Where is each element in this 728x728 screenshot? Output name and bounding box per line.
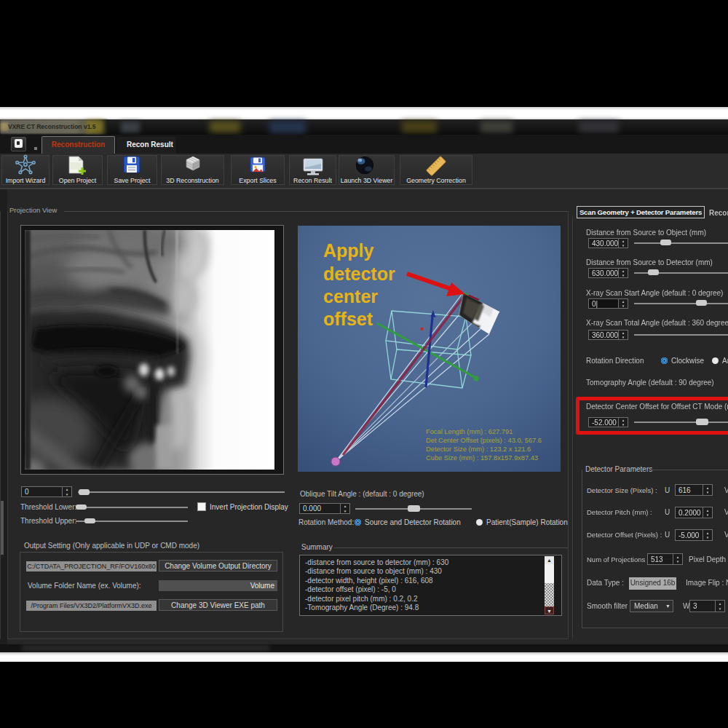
svg-text:Focal Length (mm) : 627.791: Focal Length (mm) : 627.791: [426, 428, 513, 435]
svg-text:detector: detector: [323, 264, 395, 284]
svg-text:center: center: [323, 286, 378, 306]
svg-text:Detector Size (mm) : 123.2 x 1: Detector Size (mm) : 123.2 x 121.6: [426, 446, 531, 453]
svg-text:Det Center Offset (pixels) : 4: Det Center Offset (pixels) : 43.0, 567.6: [426, 437, 542, 444]
svg-text:offset: offset: [323, 309, 373, 329]
svg-text:Cube Size (mm) : 157.8x157.9x8: Cube Size (mm) : 157.8x157.9x87.43: [426, 454, 538, 462]
svg-text:Apply: Apply: [323, 240, 374, 261]
